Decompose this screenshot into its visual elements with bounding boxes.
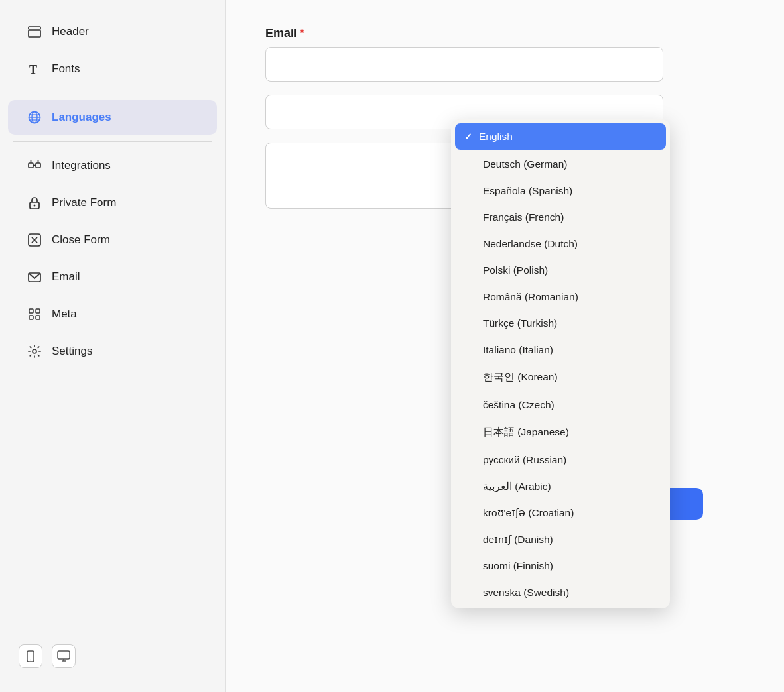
svg-text:T: T — [29, 63, 37, 76]
svg-rect-19 — [29, 309, 33, 313]
svg-rect-9 — [36, 163, 40, 168]
fonts-icon: T — [27, 61, 42, 77]
language-option-swedish[interactable]: svenska (Swedish) — [451, 579, 670, 606]
svg-point-14 — [34, 205, 36, 207]
sidebar-item-label-meta: Meta — [52, 308, 77, 321]
language-list: ✓EnglishDeutsch (German)Española (Spanis… — [451, 119, 670, 608]
lock-icon — [27, 195, 42, 211]
email-field-label: Email * — [265, 27, 744, 40]
language-dropdown[interactable]: ✓EnglishDeutsch (German)Española (Spanis… — [451, 119, 670, 608]
sidebar-item-label-settings: Settings — [52, 345, 92, 358]
language-option-russian[interactable]: русский (Russian) — [451, 447, 670, 473]
meta-icon — [27, 306, 42, 322]
language-label: 日本語 (Japanese) — [483, 426, 569, 439]
sidebar-item-integrations[interactable]: Integrations — [8, 148, 217, 183]
language-label: العربية (Arabic) — [483, 481, 551, 492]
close-form-icon — [27, 232, 42, 248]
language-option-croatian[interactable]: kroʊ'eɪʃə (Croatian) — [451, 500, 670, 526]
language-label: deɪnɪʃ (Danish) — [483, 534, 553, 546]
language-label: Polski (Polish) — [483, 264, 548, 276]
required-star: * — [300, 27, 304, 40]
sidebar-item-label-private-form: Private Form — [52, 196, 116, 209]
sidebar-item-close-form[interactable]: Close Form — [8, 223, 217, 257]
language-label: Deutsch (German) — [483, 158, 567, 170]
svg-rect-8 — [29, 163, 33, 168]
sidebar-item-private-form[interactable]: Private Form — [8, 186, 217, 220]
sidebar-divider-1 — [13, 93, 212, 93]
language-label: suomi (Finnish) — [483, 560, 553, 572]
language-label: 한국인 (Korean) — [483, 371, 558, 384]
language-option-italian[interactable]: Italiano (Italian) — [451, 337, 670, 363]
language-option-french[interactable]: Français (French) — [451, 204, 670, 231]
email-label-text: Email — [265, 27, 297, 40]
language-option-czech[interactable]: čeština (Czech) — [451, 392, 670, 418]
mobile-view-button[interactable] — [19, 644, 42, 668]
svg-rect-21 — [29, 316, 33, 319]
svg-rect-22 — [36, 316, 40, 319]
sidebar-item-meta[interactable]: Meta — [8, 297, 217, 331]
language-label: Italiano (Italian) — [483, 344, 553, 356]
language-option-dutch[interactable]: Nederlandse (Dutch) — [451, 231, 670, 257]
sidebar-item-fonts[interactable]: T Fonts — [8, 52, 217, 86]
language-option-japanese[interactable]: 日本語 (Japanese) — [451, 418, 670, 447]
device-switcher — [0, 634, 225, 679]
sidebar-item-label-integrations: Integrations — [52, 159, 111, 172]
svg-rect-26 — [58, 651, 70, 659]
language-label: Română (Romanian) — [483, 291, 578, 303]
svg-rect-20 — [36, 309, 40, 313]
desktop-view-button[interactable] — [52, 644, 76, 668]
language-label: svenska (Swedish) — [483, 587, 569, 599]
sidebar-item-label-close-form: Close Form — [52, 233, 110, 247]
language-label: Española (Spanish) — [483, 185, 572, 197]
language-label: kroʊ'eɪʃə (Croatian) — [483, 507, 574, 519]
sidebar-divider-2 — [13, 141, 212, 142]
language-label: русский (Russian) — [483, 454, 566, 466]
language-label: English — [479, 131, 513, 143]
svg-rect-0 — [29, 27, 40, 29]
language-label: Türkçe (Turkish) — [483, 317, 557, 329]
sidebar-item-label-languages: Languages — [52, 111, 111, 124]
main-content: Email * ✓EnglishDeutsch (German)Española… — [226, 0, 784, 692]
language-option-german[interactable]: Deutsch (German) — [451, 151, 670, 178]
language-option-turkish[interactable]: Türkçe (Turkish) — [451, 310, 670, 337]
sidebar: Header T Fonts Languages — [0, 0, 226, 692]
sidebar-item-label-fonts: Fonts — [52, 62, 80, 76]
language-label: čeština (Czech) — [483, 399, 555, 411]
sidebar-item-languages[interactable]: Languages — [8, 100, 217, 135]
language-option-arabic[interactable]: العربية (Arabic) — [451, 473, 670, 500]
globe-icon — [27, 109, 42, 125]
sidebar-item-label-header: Header — [52, 25, 89, 38]
sidebar-item-label-email: Email — [52, 270, 80, 284]
email-icon — [27, 269, 42, 285]
language-label: Français (French) — [483, 211, 564, 223]
sidebar-item-settings[interactable]: Settings — [8, 334, 217, 369]
language-option-spanish[interactable]: Española (Spanish) — [451, 178, 670, 204]
sidebar-item-email[interactable]: Email — [8, 260, 217, 294]
svg-rect-1 — [29, 30, 40, 37]
language-option-romanian[interactable]: Română (Romanian) — [451, 284, 670, 310]
header-icon — [27, 24, 42, 40]
language-option-english[interactable]: ✓English — [455, 123, 666, 150]
language-label: Nederlandse (Dutch) — [483, 238, 578, 250]
email-input[interactable] — [265, 47, 663, 82]
svg-point-23 — [33, 349, 36, 353]
language-option-danish[interactable]: deɪnɪʃ (Danish) — [451, 526, 670, 553]
settings-icon — [27, 343, 42, 359]
language-option-finnish[interactable]: suomi (Finnish) — [451, 553, 670, 579]
svg-point-25 — [30, 660, 31, 661]
integrations-icon — [27, 158, 42, 174]
language-option-polish[interactable]: Polski (Polish) — [451, 257, 670, 284]
check-icon: ✓ — [464, 131, 472, 142]
language-option-korean[interactable]: 한국인 (Korean) — [451, 363, 670, 392]
sidebar-item-header[interactable]: Header — [8, 15, 217, 49]
